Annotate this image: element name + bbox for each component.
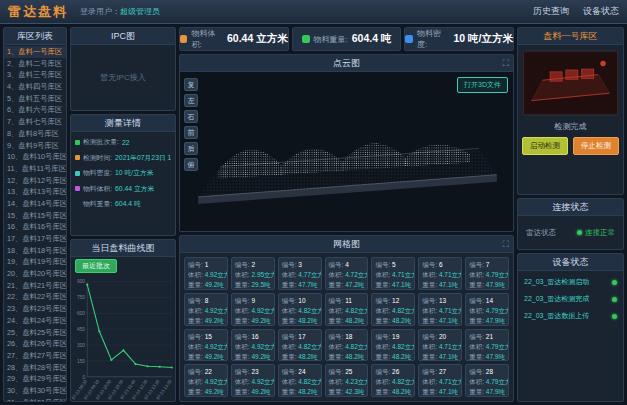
view-control-button[interactable]: 后: [184, 142, 198, 155]
area-list-item[interactable]: 2、盘料二号库区: [4, 58, 66, 70]
device-status-panel: 设备状态 22_03_雷达检测启动 22_03_雷达检测完成: [517, 253, 624, 402]
connection-row: 雷达状态 连接正常: [518, 216, 623, 249]
area-list-item[interactable]: 16、盘料16号库区: [4, 221, 66, 233]
grid-cell-volume: 体积: 4.82立方米: [329, 306, 365, 316]
grid-cell-volume: 体积: 4.82立方米: [375, 377, 411, 387]
area-list-item-label: 16、盘料16号库区: [7, 222, 66, 231]
area-list-item[interactable]: 25、盘料25号库区: [4, 327, 66, 339]
point-cloud-canvas[interactable]: [180, 72, 513, 231]
grid-cell-no: 编号: 3: [282, 260, 318, 270]
area-list-panel: 库区列表 1、盘料一号库区 2、盘料二号库区 3、盘料三号库区: [3, 27, 67, 402]
grid-cell-no: 编号: 1: [188, 260, 224, 270]
device-status-row: 22_03_雷达检测完成: [524, 294, 617, 304]
trend-chart-title: 当日盘料曲线图: [71, 240, 175, 257]
measure-bullet-icon: [75, 140, 80, 145]
grid-cell-volume: 体积: 4.23立方米: [329, 377, 365, 387]
area-list-item[interactable]: 3、盘料三号库区: [4, 69, 66, 81]
expand-icon[interactable]: ⛶: [503, 55, 509, 71]
recent-batch-button[interactable]: 最近批次: [75, 259, 117, 273]
grid-cell-no: 编号: 18: [329, 332, 365, 342]
view-control-button[interactable]: 前: [184, 126, 198, 139]
area-list-item-label: 1、盘料一号库区: [7, 47, 62, 56]
area-list-item[interactable]: 5、盘料五号库区: [4, 93, 66, 105]
grid-cell-weight: 重量: 48.2吨: [282, 352, 318, 362]
top-header: 雷达盘料 登录用户：超级管理员 历史查询 设备状态: [0, 0, 627, 24]
device-status-text: 22_03_雷达检测完成: [524, 294, 589, 304]
area-list-item[interactable]: 1、盘料一号库区: [4, 46, 66, 58]
stat-volume-label: 物料体积:: [191, 28, 223, 50]
area-list-item[interactable]: 31、盘料31号库区: [4, 397, 66, 401]
stat-volume: 物料体积: 60.44 立方米: [179, 27, 289, 51]
grid-cell-weight: 重量: 47.9吨: [469, 316, 505, 326]
header-nav-item[interactable]: 设备状态: [583, 5, 619, 18]
connection-label: 雷达状态: [526, 228, 556, 238]
device-status-list: 22_03_雷达检测启动 22_03_雷达检测完成 22_03_雷达数据上传: [518, 271, 623, 334]
grid-cell-no: 编号: 9: [235, 296, 271, 306]
area-list-item[interactable]: 11、盘料11号库区: [4, 163, 66, 175]
grid-title-text: 网格图: [333, 239, 360, 249]
area-list-item[interactable]: 24、盘料24号库区: [4, 315, 66, 327]
expand-icon[interactable]: ⛶: [503, 236, 509, 252]
area-list-item[interactable]: 9、盘料9号库区: [4, 140, 66, 152]
svg-text:150: 150: [77, 359, 85, 364]
measure-bullet-icon: [75, 202, 80, 207]
grid-cell-volume: 体积: 4.71立方米: [422, 342, 458, 352]
area-list-item[interactable]: 19、盘料19号库区: [4, 256, 66, 268]
grid-cell: 编号: 6 体积: 4.71立方米 重量: 47.1吨: [418, 257, 462, 290]
area-list-item[interactable]: 4、盘料四号库区: [4, 81, 66, 93]
trend-chart-panel: 当日盘料曲线图 最近批次 015030045060075090007-23 08…: [70, 239, 176, 402]
header-nav-item[interactable]: 历史查询: [533, 5, 569, 18]
area-list-item[interactable]: 30、盘料30号库区: [4, 385, 66, 397]
grid-cell-volume: 体积: 4.92立方米: [188, 377, 224, 387]
area-list-item[interactable]: 15、盘料15号库区: [4, 210, 66, 222]
area-list-item-label: 26、盘料26号库区: [7, 339, 66, 348]
open-3d-file-button[interactable]: 打开3D文件: [457, 77, 508, 93]
area-list-item[interactable]: 12、盘料12号库区: [4, 175, 66, 187]
area-list-item-label: 21、盘料21号库区: [7, 281, 66, 290]
view-control-button[interactable]: 右: [184, 110, 198, 123]
grid-cell: 编号: 24 体积: 4.82立方米 重量: 48.2吨: [278, 364, 322, 397]
view-control-button[interactable]: 左: [184, 94, 198, 107]
measure-row: 检测时间: 2021年07月23日 14:20:16: [75, 153, 171, 163]
area-list-item[interactable]: 21、盘料21号库区: [4, 280, 66, 292]
area-list-item[interactable]: 14、盘料14号库区: [4, 198, 66, 210]
grid-cell-volume: 体积: 4.79立方米: [469, 270, 505, 280]
area-list-item[interactable]: 6、盘料六号库区: [4, 104, 66, 116]
area-list-item[interactable]: 27、盘料27号库区: [4, 350, 66, 362]
area-list-item[interactable]: 20、盘料20号库区: [4, 268, 66, 280]
pointcloud-panel: 点云图⛶ 复 左 右 前 后: [179, 54, 514, 232]
stop-detection-button[interactable]: 停止检测: [573, 137, 619, 155]
area-list-item[interactable]: 22、盘料22号库区: [4, 291, 66, 303]
area-list-item-label: 3、盘料三号库区: [7, 70, 62, 79]
start-detection-button[interactable]: 启动检测: [522, 137, 568, 155]
area-list-item[interactable]: 10、盘料10号库区: [4, 151, 66, 163]
area-list-item[interactable]: 29、盘料29号库区: [4, 373, 66, 385]
radar-scene-render: [524, 51, 617, 115]
measure-value: 22: [122, 139, 130, 146]
grid-cell-weight: 重量: 29.5吨: [235, 280, 271, 290]
area-list-item[interactable]: 18、盘料18号库区: [4, 245, 66, 257]
measure-label: 检测时间:: [83, 153, 112, 163]
svg-text:750: 750: [77, 295, 85, 300]
area-list-item[interactable]: 7、盘料七号库区: [4, 116, 66, 128]
view-control-button[interactable]: 复: [184, 78, 198, 91]
grid-cell: 编号: 7 体积: 4.79立方米 重量: 47.9吨: [465, 257, 509, 290]
stats-bar: 物料体积: 60.44 立方米 物料重量: 604.4 吨 物料密度: 10 吨…: [179, 27, 514, 51]
area-list-item[interactable]: 26、盘料26号库区: [4, 338, 66, 350]
area-list-item[interactable]: 23、盘料23号库区: [4, 303, 66, 315]
measure-label: 物料密度:: [83, 168, 112, 178]
pointcloud-view-toolbar: 复 左 右 前 后 俯: [184, 78, 198, 171]
view-control-button[interactable]: 俯: [184, 158, 198, 171]
area-list-item-label: 6、盘料六号库区: [7, 105, 62, 114]
grid-cell: 编号: 20 体积: 4.71立方米 重量: 47.1吨: [418, 329, 462, 362]
area-list-item-label: 4、盘料四号库区: [7, 82, 62, 91]
grid-cell: 编号: 5 体积: 4.71立方米 重量: 47.1吨: [371, 257, 415, 290]
grid-cell-no: 编号: 13: [422, 296, 458, 306]
area-list-item[interactable]: 13、盘料13号库区: [4, 186, 66, 198]
area-list-item[interactable]: 8、盘料8号库区: [4, 128, 66, 140]
measure-bullet-icon: [75, 186, 80, 191]
area-list-item[interactable]: 28、盘料28号库区: [4, 362, 66, 374]
svg-text:900: 900: [77, 279, 85, 284]
area-list-item[interactable]: 17、盘料17号库区: [4, 233, 66, 245]
area-list-item-label: 18、盘料18号库区: [7, 246, 66, 255]
